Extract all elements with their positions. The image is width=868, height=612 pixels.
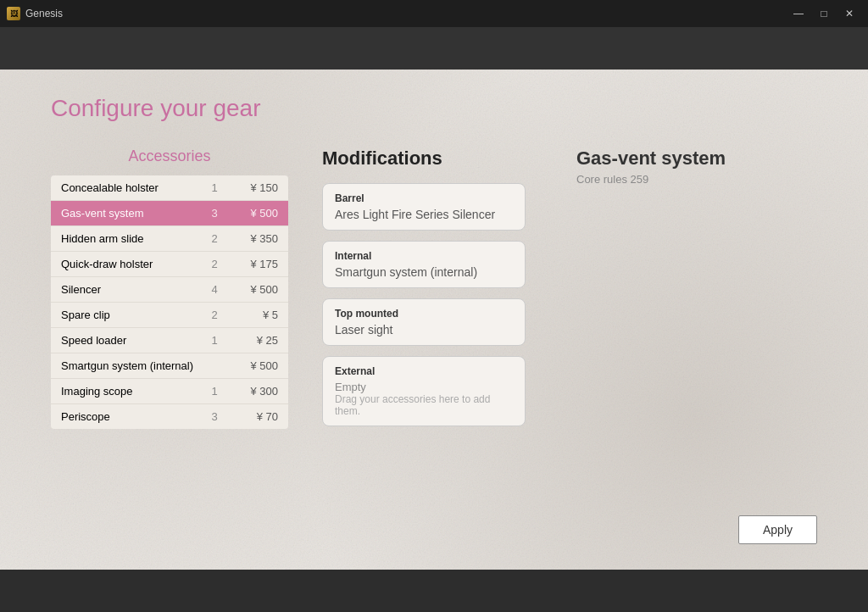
mod-slots: BarrelAres Light Fire Series SilencerInt… — [322, 183, 526, 426]
accessory-count: 1 — [202, 181, 227, 194]
accessory-count: 2 — [202, 258, 227, 270]
accessory-price: ¥ 500 — [227, 359, 278, 372]
accessory-row[interactable]: Quick-draw holster2¥ 175 — [51, 252, 288, 277]
window-controls: — □ ✕ — [787, 5, 861, 22]
accessory-price: ¥ 150 — [227, 181, 278, 194]
mod-slot-value: Empty — [335, 381, 513, 393]
title-bar-left: 🖼 Genesis — [7, 7, 63, 20]
minimize-button[interactable]: — — [787, 5, 810, 22]
title-bar: 🖼 Genesis — □ ✕ — [0, 0, 868, 27]
accessory-count: 4 — [202, 283, 227, 296]
accessory-price: ¥ 500 — [227, 283, 278, 296]
accessory-price: ¥ 300 — [227, 385, 278, 398]
accessory-row[interactable]: Gas-vent system3¥ 500 — [51, 201, 288, 226]
selected-item-title: Gas-vent system — [576, 147, 817, 170]
accessory-price: ¥ 5 — [227, 309, 278, 321]
accessory-name: Concealable holster — [61, 181, 202, 194]
accessory-name: Speed loader — [61, 334, 202, 347]
accessory-row[interactable]: Spare clip2¥ 5 — [51, 303, 288, 328]
app-icon: 🖼 — [7, 7, 20, 20]
mod-slot-external[interactable]: ExternalEmptyDrag your accessories here … — [322, 356, 526, 426]
accessory-count: 3 — [202, 410, 227, 423]
accessory-price: ¥ 175 — [227, 258, 278, 270]
mod-slot-label: Top mounted — [335, 308, 513, 320]
accessory-count: 2 — [202, 309, 227, 321]
accessory-price: ¥ 25 — [227, 334, 278, 347]
accessory-row[interactable]: Hidden arm slide2¥ 350 — [51, 226, 288, 252]
maximize-button[interactable]: □ — [812, 5, 836, 22]
mod-slot-label: Barrel — [335, 192, 513, 204]
accessory-row[interactable]: Smartgun system (internal)¥ 500 — [51, 353, 288, 379]
accessories-list: Concealable holster1¥ 150Gas-vent system… — [51, 175, 288, 429]
mod-slot-label: Internal — [335, 250, 513, 262]
accessory-row[interactable]: Imaging scope1¥ 300 — [51, 379, 288, 404]
top-band — [0, 27, 868, 70]
accessory-count: 2 — [202, 232, 227, 245]
page-title: Configure your gear — [51, 95, 817, 122]
mod-slot-value: Smartgun system (internal) — [335, 265, 513, 279]
apply-button[interactable]: Apply — [738, 515, 817, 544]
accessory-count: 1 — [202, 385, 227, 398]
mod-slot-top_mounted[interactable]: Top mountedLaser sight — [322, 298, 526, 346]
info-panel: Gas-vent system Core rules 259 — [559, 147, 817, 186]
mod-slot-internal[interactable]: InternalSmartgun system (internal) — [322, 241, 526, 288]
accessories-heading: Accessories — [51, 147, 288, 165]
apply-button-container: Apply — [738, 515, 817, 544]
content-area: Accessories Concealable holster1¥ 150Gas… — [51, 147, 817, 437]
accessory-row[interactable]: Periscope3¥ 70 — [51, 404, 288, 429]
accessory-row[interactable]: Silencer4¥ 500 — [51, 277, 288, 303]
accessory-price: ¥ 70 — [227, 410, 278, 423]
app-title: Genesis — [25, 8, 63, 19]
accessory-name: Imaging scope — [61, 385, 202, 398]
close-button[interactable]: ✕ — [837, 5, 861, 22]
accessory-name: Smartgun system (internal) — [61, 359, 202, 372]
mod-slot-hint: Drag your accessories here to add them. — [335, 393, 513, 417]
accessory-name: Quick-draw holster — [61, 258, 202, 270]
accessory-row[interactable]: Concealable holster1¥ 150 — [51, 175, 288, 201]
mod-slot-value: Ares Light Fire Series Silencer — [335, 208, 513, 221]
mod-slot-label: External — [335, 365, 513, 377]
accessory-price: ¥ 350 — [227, 232, 278, 245]
selected-item-subtitle: Core rules 259 — [576, 173, 817, 186]
accessory-row[interactable]: Speed loader1¥ 25 — [51, 328, 288, 353]
accessory-name: Hidden arm slide — [61, 232, 202, 245]
mod-slot-value: Laser sight — [335, 323, 513, 337]
modifications-heading: Modifications — [322, 147, 526, 170]
modifications-panel: Modifications BarrelAres Light Fire Seri… — [322, 147, 526, 437]
accessories-panel: Accessories Concealable holster1¥ 150Gas… — [51, 147, 288, 429]
accessory-name: Silencer — [61, 283, 202, 296]
accessory-count: 1 — [202, 334, 227, 347]
accessory-name: Gas-vent system — [61, 207, 202, 220]
main-content: Configure your gear Accessories Conceala… — [0, 70, 868, 570]
accessory-name: Periscope — [61, 410, 202, 423]
accessory-count: 3 — [202, 207, 227, 220]
accessory-price: ¥ 500 — [227, 207, 278, 220]
bottom-band — [0, 570, 868, 612]
mod-slot-barrel[interactable]: BarrelAres Light Fire Series Silencer — [322, 183, 526, 231]
accessory-name: Spare clip — [61, 309, 202, 321]
